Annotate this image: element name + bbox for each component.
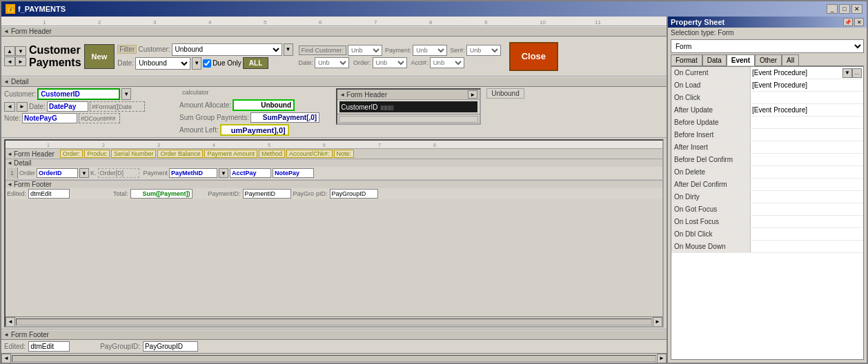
pay-meth-arrow[interactable]: ▼ [219,168,228,178]
amount-allocate-field[interactable]: Unbound [233,99,295,111]
due-only-checkbox[interactable] [203,59,211,68]
all-button[interactable]: ALL [243,57,268,69]
hscroll-left[interactable]: ◄ [6,317,15,327]
svg-text:5: 5 [268,143,270,148]
subform-main-container: 1 2 3 4 5 6 7 8 ◄ Form Header [4,139,664,327]
subform-detail-arrow: ◄ [7,160,12,166]
svg-text:7: 7 [378,143,381,148]
note-pay-field[interactable]: NotePay [273,168,314,178]
prop-close-button[interactable]: ✕ [854,18,864,26]
svg-text:6: 6 [319,19,322,26]
subform-mini-arrow: ◄ [339,92,345,98]
cursor-indicator: ||||||||| [381,104,394,110]
prop-value-on-click [751,92,863,103]
bf-edited-label: Edited: [4,343,26,350]
nav-right-button[interactable]: ► [15,57,26,66]
close-button[interactable]: Close [509,42,558,71]
prop-row-before-insert: Before Insert [671,129,863,141]
prop-row-on-dbl-click: On Dbl Click [671,228,863,241]
title-buttons: _ □ ✕ [827,4,862,14]
nav-up-button[interactable]: ▲ [4,46,15,56]
customer-filter-combo[interactable]: Unbound [172,43,282,56]
filter-combo-arrow[interactable]: ▼ [284,43,293,56]
serial-combo[interactable]: Unb [466,45,501,56]
find-date-combo[interactable]: Unb [315,57,349,68]
nav-left-button[interactable]: ◄ [4,57,15,66]
prop-row-on-current: On Current [Event Procedure] ▼ … [671,67,863,79]
main-hscroll-left[interactable]: ◄ [1,354,11,363]
prop-name-before-insert: Before Insert [671,129,751,141]
footer-edited-label: Edited: [7,190,26,197]
bottom-footer-content: Edited: dtmEdit PayGroupID: PayGroupID [1,340,667,353]
order-id-field[interactable]: OrderID [37,168,78,178]
tab-event[interactable]: Event [727,54,755,66]
order-id-arrow[interactable]: ▼ [79,168,89,178]
prop-row-on-got-focus: On Got Focus [671,203,863,216]
hscroll-track[interactable] [16,318,652,325]
main-hscroll-right[interactable]: ► [657,354,667,363]
new-button[interactable]: New [84,44,115,69]
prop-pin-button[interactable]: 📌 [843,18,853,26]
subform-mini-scroll-right[interactable]: ► [468,90,477,99]
subform-hscrollbar[interactable]: ◄ ► [6,316,662,326]
find-customer-button[interactable]: Find Customer: [299,46,347,55]
window-title: f_PAYMENTS [18,5,66,13]
customer-filter-label: Customer: [138,46,170,53]
on-current-ellipsis[interactable]: … [852,68,862,78]
amount-left-field[interactable]: umPayment],0] [220,124,289,136]
top-ruler: 1 2 3 4 5 6 7 8 9 10 11 [1,17,667,26]
prop-type-combo[interactable]: Form [671,39,864,53]
hscroll-right[interactable]: ► [653,317,662,327]
customer-id-field[interactable]: CustomerID [37,88,120,100]
form-header-section-label: ◄ Form Header [1,26,667,37]
acct-pay-field[interactable]: AcctPay [230,168,271,178]
acct-combo[interactable]: Unb [430,57,464,68]
close-window-button[interactable]: ✕ [851,4,862,14]
minimize-button[interactable]: _ [827,4,838,14]
subform-form-header-bar: ◄ Form Header Order: Produc Serial Numbe… [6,149,662,159]
subform-footer-header: ◄ Form Footer [6,180,662,188]
prop-value-on-dbl-click [751,228,863,240]
tab-all[interactable]: All [782,54,799,65]
app-icon: 💰 [6,4,15,14]
due-only-label: Due Only [203,59,241,68]
main-hscroll-track[interactable] [12,355,656,362]
subform-footer-row: Edited: dtmEdit Total: Sum([Payment]) Pa… [6,188,662,199]
prop-row-before-update: Before Update [671,117,863,129]
note-field[interactable]: NotePayG [22,113,77,123]
svg-text:7: 7 [374,19,377,26]
main-hscrollbar[interactable]: ◄ ► [1,353,667,363]
order-combo[interactable]: Unb [373,57,407,68]
date-filter-combo[interactable]: Unbound [135,57,190,70]
restore-button[interactable]: □ [839,4,850,14]
property-sheet: Property Sheet 📌 ✕ Selection type: Form … [667,17,867,363]
subform-mini-scrollbar-track[interactable] [339,116,478,123]
footer-pay-group-id: pID: [316,190,328,197]
sum-group-field[interactable]: SumPayment[,0] [250,112,319,123]
subform-form-header-label: Form Header [14,150,55,158]
calculator-button[interactable]: calculator [179,88,212,97]
tab-format[interactable]: Format [671,54,702,65]
tab-data[interactable]: Data [702,54,727,65]
svg-text:1: 1 [47,143,50,148]
prop-row-on-delete: On Delete [671,166,863,179]
detail-row-top: Customer: CustomerID ▼ ◄ ► Date: DatePay [4,88,664,136]
find-customer-combo[interactable]: Unb [348,45,382,56]
date-field[interactable]: DatePay [47,101,88,112]
bottom-footer-section-label: ◄ Form Footer [1,330,667,340]
unbound-top-field: Unbound [486,88,524,99]
customer-combo-arrow[interactable]: ▼ [121,88,131,100]
tab-other[interactable]: Other [755,54,782,65]
svg-text:10: 10 [540,19,546,26]
prop-row-on-lost-focus: On Lost Focus [671,216,863,228]
on-current-dropdown[interactable]: ▼ [842,68,852,78]
svg-text:4: 4 [208,19,212,26]
nav-down-button[interactable]: ▼ [15,46,26,56]
payment-combo[interactable]: Unb [413,45,447,56]
prop-value-on-got-focus [751,203,863,215]
due-only-text: Due Only [213,59,241,67]
detail-nav-fwd[interactable]: ► [17,102,28,112]
detail-nav-back[interactable]: ◄ [4,102,15,112]
date-combo-arrow[interactable]: ▼ [192,57,201,70]
pay-meth-field[interactable]: PayMethID [169,168,217,178]
